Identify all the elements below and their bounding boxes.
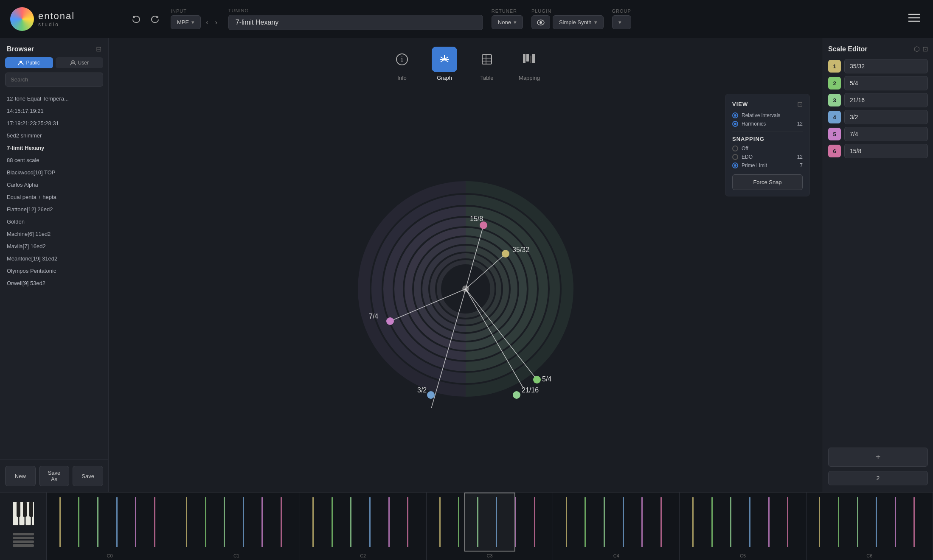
piano-roll-octave-column — [47, 493, 173, 552]
scale-editor-panel: Scale Editor ⬡ ⊡ 135/3225/4321/1643/257/… — [823, 38, 933, 492]
snapping-title: SNAPPING — [732, 136, 803, 142]
user-tab[interactable]: User — [56, 57, 104, 68]
note-value[interactable]: 3/2 — [844, 110, 928, 124]
svg-text:35/32: 35/32 — [512, 246, 529, 253]
browser-list-item[interactable]: 12-tone Equal Tempera... — [0, 92, 108, 105]
tab-mapping[interactable]: Mapping — [517, 47, 542, 81]
snapping-prime-radio[interactable] — [732, 162, 738, 168]
browser-list-item[interactable]: 17:19:21:23:25:28:31 — [0, 117, 108, 129]
center-area: iInfoGraphTableMapping — [109, 38, 823, 492]
graph-area: 35/32 15/8 7/4 5/4 3/2 21/16 — [109, 85, 823, 492]
browser-list-item[interactable]: 88 cent scale — [0, 154, 108, 166]
tab-graph-icon — [432, 47, 457, 72]
scale-notes-list: 135/3225/4321/1643/257/4615/8 — [828, 59, 928, 445]
scale-note-row: 25/4 — [828, 76, 928, 90]
public-tab[interactable]: Public — [5, 57, 53, 68]
svg-rect-17 — [482, 55, 492, 64]
browser-list: 12-tone Equal Tempera...14:15:17:19:2117… — [0, 91, 108, 459]
piano-roll-octave-column — [553, 493, 680, 552]
browser-list-item[interactable]: 7-limit Hexany — [0, 142, 108, 154]
snapping-prime-label: Prime Limit — [742, 162, 796, 168]
snapping-off-label: Off — [742, 146, 803, 151]
tab-table-label: Table — [480, 75, 493, 81]
snapping-off-radio[interactable] — [732, 146, 738, 151]
view-panel: VIEW ⊡ Relative intervals Harmonics 12 S… — [725, 94, 810, 196]
browser-list-item[interactable]: Meantone[19] 31ed2 — [0, 252, 108, 265]
octave-row: 2 — [828, 471, 928, 485]
redo-button[interactable] — [148, 12, 162, 26]
retuner-section: RETUNER None ▾ — [492, 8, 523, 29]
browser-list-item[interactable]: Machine[6] 11ed2 — [0, 228, 108, 240]
harmonics-radio[interactable] — [732, 121, 738, 127]
svg-rect-21 — [523, 54, 526, 63]
octave-label-row: C0C1C2C3C4C5C6 — [47, 552, 933, 560]
scale-note-row: 43/2 — [828, 110, 928, 124]
tab-table[interactable]: Table — [474, 47, 500, 81]
hamburger-menu-button[interactable] — [906, 11, 923, 28]
svg-rect-71 — [13, 533, 34, 535]
harmonics-row: Harmonics 12 — [732, 121, 803, 127]
browser-panel: Browser ⊟ Public User 12-tone Equal Temp… — [0, 38, 109, 492]
plugin-section: PLUGIN Simple Synth ▾ — [531, 8, 604, 29]
tuning-label: TUNING — [228, 8, 483, 13]
note-number: 1 — [828, 60, 841, 73]
tuning-name-display: 7-limit Hexany — [228, 15, 483, 30]
browser-list-item[interactable]: Olympos Pentatonic — [0, 265, 108, 277]
new-button[interactable]: New — [5, 466, 36, 486]
snapping-edo-radio[interactable] — [732, 154, 738, 160]
chevron-down-icon: ▾ — [618, 19, 621, 25]
plugin-dropdown[interactable]: Simple Synth ▾ — [553, 15, 604, 29]
browser-list-item[interactable]: 5ed2 shimmer — [0, 129, 108, 142]
plugin-visibility-toggle[interactable] — [531, 15, 550, 29]
browser-list-item[interactable]: Carlos Alpha — [0, 179, 108, 191]
group-label: GROUP — [612, 8, 631, 14]
browser-collapse-button[interactable]: ⊟ — [96, 45, 101, 53]
undo-button[interactable] — [129, 12, 143, 26]
tab-info-label: Info — [397, 75, 407, 81]
note-value[interactable]: 15/8 — [844, 144, 928, 158]
scale-editor-settings-button[interactable]: ⊡ — [922, 45, 928, 53]
tab-graph-label: Graph — [437, 75, 452, 81]
svg-rect-68 — [17, 502, 20, 517]
search-input[interactable] — [5, 73, 103, 87]
scale-editor-export-button[interactable]: ⬡ — [914, 45, 920, 53]
chevron-down-icon: ▾ — [594, 19, 597, 25]
retuner-dropdown[interactable]: None ▾ — [492, 15, 523, 29]
svg-point-1 — [540, 21, 542, 24]
view-panel-collapse-button[interactable]: ⊡ — [797, 100, 803, 108]
octave-label: C4 — [553, 552, 680, 560]
browser-list-item[interactable]: Golden — [0, 216, 108, 228]
piano-roll-octave-column — [427, 493, 553, 552]
piano-bottom-icon — [13, 533, 34, 551]
octave-label: C3 — [427, 552, 553, 560]
browser-list-item[interactable]: Blackwood[10] TOP — [0, 166, 108, 179]
save-as-button[interactable]: Save As — [39, 466, 70, 486]
browser-list-item[interactable]: Orwell[9] 53ed2 — [0, 277, 108, 289]
note-value[interactable]: 21/16 — [844, 93, 928, 107]
browser-list-item[interactable]: 14:15:17:19:21 — [0, 105, 108, 117]
save-button[interactable]: Save — [73, 466, 103, 486]
browser-list-item[interactable]: Mavila[7] 16ed2 — [0, 240, 108, 252]
note-value[interactable]: 7/4 — [844, 127, 928, 141]
note-value[interactable]: 35/32 — [844, 59, 928, 73]
logo-icon — [10, 7, 34, 31]
add-note-button[interactable]: + — [828, 448, 928, 467]
browser-list-item[interactable]: Flattone[12] 26ed2 — [0, 203, 108, 216]
tab-info[interactable]: iInfo — [389, 47, 415, 81]
mpe-dropdown[interactable]: MPE ▾ — [171, 15, 201, 29]
prev-tuning-button[interactable]: ‹ — [203, 16, 211, 29]
octave-value: 2 — [828, 471, 928, 485]
svg-rect-73 — [13, 540, 34, 543]
octave-label: C5 — [680, 552, 806, 560]
next-tuning-button[interactable]: › — [213, 16, 220, 29]
relative-intervals-radio[interactable] — [732, 112, 738, 118]
force-snap-button[interactable]: Force Snap — [732, 174, 803, 190]
view-panel-title: VIEW — [732, 101, 748, 107]
browser-list-item[interactable]: Equal penta + hepta — [0, 191, 108, 203]
tab-graph[interactable]: Graph — [432, 47, 457, 81]
input-section: INPUT MPE ▾ ‹ › — [171, 8, 220, 29]
note-value[interactable]: 5/4 — [844, 76, 928, 90]
spiral-graph: 35/32 15/8 7/4 5/4 3/2 21/16 — [347, 170, 585, 408]
chevron-down-icon: ▾ — [514, 19, 517, 25]
group-dropdown[interactable]: ▾ — [612, 15, 631, 29]
